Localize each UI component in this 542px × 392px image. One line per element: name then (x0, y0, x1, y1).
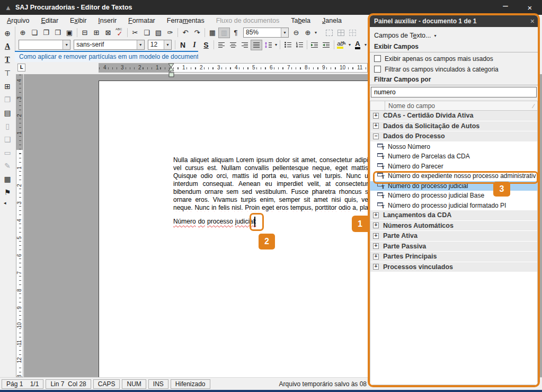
flag-icon[interactable]: ⚑ (1, 185, 14, 199)
menu-formatar[interactable]: Formatar (122, 15, 161, 26)
menu-exibir[interactable]: Exibir (64, 15, 92, 26)
panel-close-icon[interactable]: × (530, 17, 535, 25)
document-windows-icon[interactable]: ▦ (1, 172, 14, 185)
import-document-icon[interactable]: ❒ (52, 28, 64, 38)
font-size-combo[interactable]: 12▾ (148, 40, 172, 50)
font-color-button[interactable]: A (352, 40, 363, 50)
zoom-options-caret[interactable]: ▾ (315, 30, 317, 35)
expand-icon[interactable]: + (373, 123, 379, 129)
print-preview-icon[interactable]: ⊞ (91, 28, 102, 38)
collapse-panel-icon[interactable]: ◂ (4, 199, 11, 207)
help-link[interactable]: Como aplicar e remover partículas em um … (19, 53, 198, 60)
italic-button[interactable]: I (189, 40, 200, 50)
cut-icon[interactable]: ✂ (129, 28, 141, 38)
menu-inserir[interactable]: Inserir (92, 15, 122, 26)
chevron-down-icon[interactable]: ▾ (349, 42, 351, 47)
expand-icon[interactable]: + (373, 113, 379, 119)
collapse-icon[interactable]: − (373, 133, 379, 139)
tree-group-parte-passiva[interactable]: +Parte Passiva (370, 242, 537, 252)
zoom-in-icon[interactable]: ⊕ (302, 28, 314, 38)
grid-header[interactable]: Nome do campo ∕ (370, 101, 538, 111)
tree-group-parte-ativa[interactable]: +Parte Ativa (370, 231, 537, 241)
insert-text-icon[interactable]: T (1, 53, 14, 66)
field-category-selector[interactable]: Campos de Texto... ▾ (374, 30, 538, 41)
tree-field-numero-do-processo-judicial-formatado-pi[interactable]: TNúmero do processo judicial formatado P… (370, 201, 537, 211)
menu-tabela[interactable]: Tabela (285, 15, 316, 26)
checkbox-exibir-apenas-os[interactable]: Exibir apenas os campos mais usados (374, 54, 538, 63)
chevron-down-icon[interactable]: ▾ (63, 40, 70, 49)
filter-input[interactable] (371, 87, 537, 97)
tree-group-processos-vinculados[interactable]: +Processos vinculados (370, 262, 537, 272)
list-values-icon[interactable]: ▤ (1, 106, 14, 119)
expand-icon[interactable]: + (373, 212, 379, 218)
print-settings-icon[interactable]: ⊠ (102, 28, 114, 38)
vertical-ruler[interactable]: 432112345678910111213 (16, 74, 23, 377)
zoom-out-icon[interactable]: ⊖ (290, 28, 302, 38)
tree-field-numero-do-parecer[interactable]: TNúmero do Parecer (370, 162, 537, 172)
font-style-icon[interactable]: A (1, 40, 14, 53)
copy-icon[interactable]: ❑ (141, 28, 153, 38)
tree-group-numeros-automaticos[interactable]: +Números Automáticos (370, 221, 537, 231)
chevron-down-icon[interactable]: ▾ (434, 33, 436, 38)
text-field-icon[interactable]: ⊤ (1, 66, 14, 79)
bold-button[interactable]: N (177, 40, 189, 50)
chevron-down-icon[interactable]: ▾ (365, 42, 367, 47)
tree-group-cdas-certidao-divida-ativa[interactable]: +CDAs - Certidão Dívida Ativa (370, 111, 537, 121)
redo-icon[interactable]: ↷ (191, 28, 203, 38)
expand-icon[interactable]: + (373, 233, 379, 239)
bullet-list-button[interactable] (282, 40, 294, 50)
menu-ferramentas[interactable]: Ferramentas (161, 15, 210, 26)
expand-icon[interactable]: + (373, 254, 379, 260)
tree-group-partes-principais[interactable]: +Partes Principais (370, 252, 537, 262)
tree-field-numero-do-processo-judicial-base[interactable]: TNúmero do processo judicial Base (370, 191, 537, 201)
minimize-button[interactable]: – (493, 0, 518, 15)
checkbox-icon[interactable] (374, 66, 381, 73)
chevron-down-icon[interactable]: ▾ (275, 42, 277, 47)
tree-field-nosso-numero[interactable]: TNosso Número (370, 142, 537, 152)
checkbox-icon[interactable] (374, 55, 381, 62)
zoom-combo[interactable]: 85%▾ (243, 28, 289, 38)
tree-group-dados-da-solicitacao-de-autos[interactable]: +Dados da Solicitação de Autos (370, 121, 537, 131)
expand-icon[interactable]: + (373, 264, 379, 270)
highlight-button[interactable]: ab✎ (336, 40, 348, 50)
chevron-down-icon[interactable]: ▾ (164, 40, 171, 49)
menu-janela[interactable]: Janela (316, 15, 348, 26)
help-link-bar[interactable]: Como aplicar e remover partículas em um … (15, 51, 198, 62)
style-combo[interactable]: ▾ (19, 40, 70, 50)
insert-table-icon[interactable]: ▦ (207, 28, 218, 38)
increase-indent-button[interactable] (309, 40, 321, 50)
tree-group-lancamentos-da-cda[interactable]: +Lançamentos da CDA (370, 210, 537, 220)
spellcheck-icon[interactable]: ✓ABC (114, 28, 126, 38)
new-document-icon[interactable]: ❏ (29, 28, 40, 38)
expand-icon[interactable]: + (373, 243, 379, 249)
tab-stop-selector[interactable]: L (17, 64, 25, 72)
close-button[interactable]: × (518, 0, 542, 15)
format-painter-icon[interactable]: ✑ (164, 28, 176, 38)
line-spacing-button[interactable] (262, 40, 274, 50)
grid-header-label[interactable]: Nome do campo (385, 102, 533, 110)
menu-arquivo[interactable]: Arquivo (1, 15, 35, 26)
indent-marker-icon[interactable] (168, 63, 175, 78)
save-icon[interactable]: ▣ (64, 28, 75, 38)
align-left-button[interactable] (216, 40, 227, 50)
undo-icon[interactable]: ↶ (180, 28, 191, 38)
chevron-down-icon[interactable]: ▾ (137, 40, 144, 49)
checkbox-filtrar-os-campos[interactable]: Filtrar os campos vinculados à categoria (374, 65, 538, 74)
open-document-icon[interactable]: ❐ (40, 28, 52, 38)
align-center-button[interactable] (227, 40, 239, 50)
paste-icon[interactable]: ▧ (153, 28, 164, 38)
tree-field-numero-de-parcelas-da-cda[interactable]: TNumero de Parcelas da CDA (370, 152, 537, 162)
numbered-list-button[interactable] (294, 40, 305, 50)
new-from-template-icon[interactable]: ⊕ (17, 28, 29, 38)
chevron-down-icon[interactable]: ▾ (281, 28, 288, 37)
menu-editar[interactable]: Editar (35, 15, 64, 26)
panel-header[interactable]: Painel auxiliar - documento 1 de 1 × (370, 15, 538, 27)
font-combo[interactable]: sans-serif▾ (74, 40, 145, 50)
field-list-icon[interactable]: ⊞ (1, 79, 14, 93)
tree-group-dados-do-processo[interactable]: −Dados do Processo (370, 131, 537, 141)
horizontal-ruler[interactable]: 43211234567891011 (99, 63, 368, 73)
formatting-marks-icon[interactable]: ¶ (230, 28, 242, 38)
new-version-icon[interactable]: ⊕ (1, 26, 14, 40)
decrease-indent-button[interactable] (321, 40, 332, 50)
expand-icon[interactable]: + (373, 222, 379, 228)
